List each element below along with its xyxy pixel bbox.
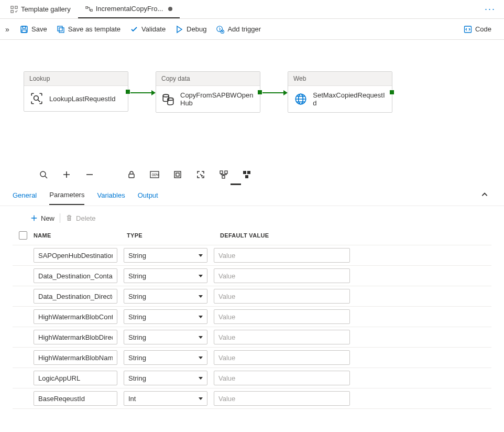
parameter-name-input[interactable] [34, 350, 117, 365]
output-port[interactable] [390, 90, 394, 94]
save-icon [20, 25, 28, 34]
table-row: String [13, 327, 491, 348]
output-port[interactable] [258, 90, 262, 94]
parameter-default-input[interactable] [214, 289, 350, 304]
column-header-type[interactable]: TYPE [127, 232, 220, 239]
table-row: String [13, 368, 491, 388]
connector-success[interactable] [130, 92, 151, 93]
parameter-type-select[interactable]: Int [124, 391, 207, 406]
chevron-down-icon [199, 275, 203, 277]
parameter-type-select[interactable]: String [124, 289, 207, 304]
save-button[interactable]: Save [20, 25, 47, 34]
new-parameter-button[interactable]: New [30, 214, 54, 222]
add-trigger-button[interactable]: Add trigger [216, 25, 261, 34]
layout-icon[interactable] [242, 170, 251, 179]
column-header-default[interactable]: DEFAULT VALUE [220, 232, 360, 239]
parameter-name-input[interactable] [34, 289, 117, 304]
parameter-name-input[interactable] [34, 371, 117, 385]
parameter-type-select[interactable]: String [124, 309, 207, 324]
tab-pipeline[interactable]: IncrementalCopyFro... [78, 0, 180, 18]
button-label: Save [31, 25, 47, 33]
chevron-down-icon [199, 316, 203, 318]
button-label: Save as template [68, 25, 120, 33]
activity-web[interactable]: Web SetMaxCopiedRequestId [288, 71, 392, 113]
parameter-default-input[interactable] [214, 391, 350, 406]
chevron-down-icon [199, 336, 203, 339]
auto-align-icon[interactable] [219, 170, 228, 179]
checkmark-icon [130, 25, 138, 34]
save-as-template-button[interactable]: Save as template [57, 25, 120, 34]
trash-icon [65, 214, 73, 222]
parameter-default-input[interactable] [214, 248, 350, 263]
table-row: String [13, 266, 491, 286]
table-row: String [13, 245, 491, 266]
select-all-checkbox[interactable] [19, 231, 27, 240]
activity-name-label: LookupLastRequestId [49, 95, 115, 103]
tab-general[interactable]: General [13, 186, 37, 204]
zoom-in-icon[interactable] [39, 170, 48, 179]
collapse-panel-button[interactable] [481, 191, 491, 200]
connector-success[interactable] [262, 92, 283, 93]
activity-lookup[interactable]: Lookup LookupLastRequestId [24, 71, 128, 112]
parameter-name-input[interactable] [34, 391, 117, 406]
parameter-default-input[interactable] [214, 371, 350, 385]
parameter-default-input[interactable] [214, 350, 350, 365]
parameter-default-input[interactable] [214, 268, 350, 283]
more-actions-button[interactable]: ··· [479, 4, 501, 15]
fullscreen-icon[interactable] [196, 170, 205, 179]
tab-parameters[interactable]: Parameters [49, 186, 84, 205]
column-header-name[interactable]: NAME [34, 232, 127, 239]
tab-variables[interactable]: Variables [97, 186, 125, 204]
activity-copy-data[interactable]: Copy data CopyFromSAPBWOpenHub [156, 71, 260, 113]
pipeline-canvas[interactable]: Lookup LookupLastRequestId Copy data Cop… [0, 40, 504, 166]
pipeline-toolbar: » Save Save as template Validate Debug A… [0, 19, 504, 40]
parameter-name-input[interactable] [34, 248, 117, 263]
parameter-name-input[interactable] [34, 309, 117, 324]
arrow-icon [151, 90, 156, 95]
parameter-type-select[interactable]: String [124, 248, 207, 263]
table-row: String [13, 286, 491, 307]
tab-output[interactable]: Output [138, 186, 158, 204]
table-row: String [13, 348, 491, 368]
play-icon [175, 25, 183, 34]
button-label: Debug [187, 25, 206, 33]
parameter-name-input[interactable] [34, 268, 117, 283]
add-button[interactable] [62, 170, 71, 179]
svg-rect-8 [58, 26, 62, 31]
lock-icon[interactable] [127, 170, 136, 179]
chevron-down-icon [199, 377, 203, 380]
svg-rect-6 [23, 26, 26, 28]
activity-type-label: Copy data [156, 72, 260, 86]
validate-button[interactable]: Validate [130, 25, 166, 34]
pipeline-icon [85, 5, 93, 13]
select-value: String [128, 374, 146, 382]
svg-rect-19 [129, 174, 134, 178]
output-port[interactable] [126, 90, 130, 94]
parameter-type-select[interactable]: String [124, 371, 207, 385]
parameter-default-input[interactable] [214, 309, 350, 324]
table-row: Int [13, 388, 491, 409]
fit-to-screen-icon[interactable] [173, 170, 182, 179]
parameter-name-input[interactable] [34, 330, 117, 344]
debug-button[interactable]: Debug [175, 25, 206, 34]
svg-rect-9 [59, 28, 64, 33]
svg-rect-29 [245, 175, 248, 178]
tab-template-gallery[interactable]: Template gallery [3, 0, 78, 18]
chevron-down-icon [199, 295, 203, 298]
lookup-icon [29, 91, 44, 106]
parameter-type-select[interactable]: String [124, 268, 207, 283]
tab-label: IncrementalCopyFro... [96, 5, 163, 13]
button-label: Delete [76, 214, 96, 222]
unsaved-indicator-icon [168, 7, 172, 11]
chevron-down-icon [199, 357, 203, 359]
chevron-down-icon [199, 254, 203, 257]
zoom-percent-icon[interactable]: 00% [150, 170, 159, 179]
code-button[interactable]: Code [464, 25, 491, 34]
expand-panel-button[interactable]: » [0, 25, 15, 34]
parameter-default-input[interactable] [214, 330, 350, 344]
activity-type-label: Lookup [24, 72, 128, 86]
parameter-type-select[interactable]: String [124, 350, 207, 365]
remove-button[interactable] [85, 170, 94, 179]
select-value: Int [128, 395, 136, 403]
parameter-type-select[interactable]: String [124, 330, 207, 344]
